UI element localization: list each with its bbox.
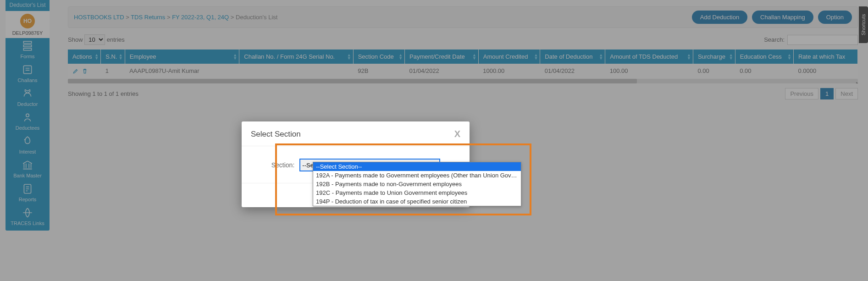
modal-title: Select Section: [251, 130, 301, 139]
dropdown-option-192b[interactable]: 192B - Payments made to non-Government e…: [313, 180, 521, 188]
dropdown-option-192c[interactable]: 192C - Payments made to Union Government…: [313, 188, 521, 197]
dropdown-option-placeholder[interactable]: --Select Section--: [313, 162, 521, 171]
dropdown-option-192a[interactable]: 192A - Payments made to Government emplo…: [313, 171, 521, 180]
close-icon[interactable]: X: [454, 129, 460, 139]
section-label: Section:: [271, 161, 295, 169]
section-dropdown: --Select Section-- 192A - Payments made …: [313, 162, 521, 206]
dropdown-option-194p[interactable]: 194P - Deduction of tax in case of speci…: [313, 197, 521, 206]
modal-header: Select Section X: [242, 121, 470, 146]
